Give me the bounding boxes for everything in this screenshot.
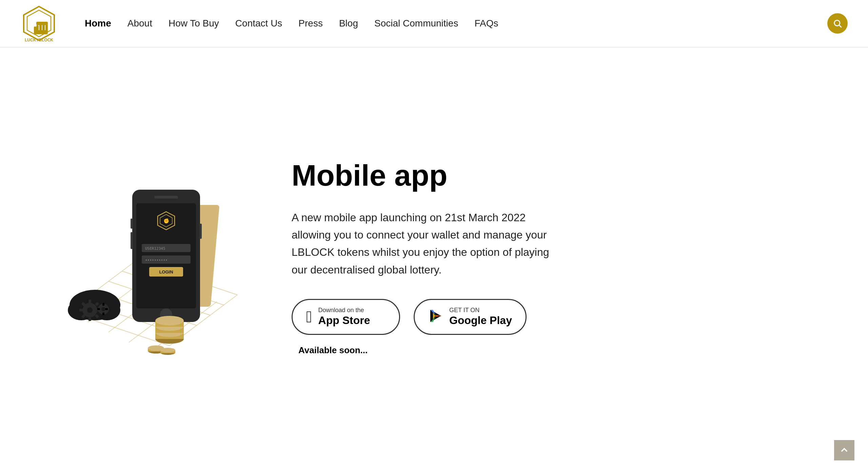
- svg-point-59: [101, 307, 105, 311]
- app-store-text: Download on the App Store: [318, 307, 370, 327]
- svg-rect-61: [102, 312, 104, 315]
- page-title: Mobile app: [292, 159, 841, 192]
- svg-rect-42: [131, 232, 133, 249]
- svg-rect-52: [79, 309, 83, 311]
- nav-faqs[interactable]: FAQs: [474, 18, 498, 29]
- svg-rect-62: [97, 308, 100, 310]
- nav-press[interactable]: Press: [298, 18, 323, 29]
- app-store-large-text: App Store: [318, 314, 370, 327]
- svg-rect-51: [88, 318, 91, 321]
- svg-rect-41: [131, 219, 133, 229]
- svg-point-70: [155, 316, 184, 325]
- search-button[interactable]: [827, 13, 848, 34]
- nav-blog[interactable]: Blog: [339, 18, 358, 29]
- app-store-button[interactable]:  Download on the App Store: [292, 299, 400, 335]
- svg-text:USER12345: USER12345: [145, 246, 165, 251]
- nav-social-communities[interactable]: Social Communities: [374, 18, 458, 29]
- chevron-up-icon: [840, 445, 849, 455]
- svg-point-10: [834, 20, 840, 26]
- play-icon: [428, 308, 443, 325]
- logo-link[interactable]: LUCKYBLOCK: [20, 5, 58, 42]
- store-buttons:  Download on the App Store: [292, 299, 841, 335]
- mobile-app-illustration: ✊ USER12345 •••••••••• LOGIN: [34, 156, 258, 359]
- svg-rect-63: [105, 308, 108, 310]
- google-play-icon: [428, 308, 443, 323]
- nav-home[interactable]: Home: [85, 18, 111, 29]
- svg-text:LUCKYBLOCK: LUCKYBLOCK: [25, 38, 53, 42]
- scroll-to-top-button[interactable]: [834, 440, 854, 460]
- svg-point-49: [87, 307, 93, 313]
- nav-about[interactable]: About: [127, 18, 152, 29]
- nav-contact-us[interactable]: Contact Us: [235, 18, 282, 29]
- google-play-small-text: GET IT ON: [449, 307, 512, 314]
- content-area: Mobile app A new mobile app launching on…: [264, 159, 841, 356]
- main-description: A new mobile app launching on 21st March…: [292, 209, 549, 279]
- svg-text:LOGIN: LOGIN: [159, 269, 173, 274]
- search-icon: [833, 19, 842, 28]
- svg-text:✊: ✊: [163, 218, 170, 224]
- available-soon-text: Available soon...: [298, 345, 841, 356]
- apple-icon: : [306, 309, 312, 325]
- svg-rect-60: [102, 303, 104, 306]
- main-content: ✊ USER12345 •••••••••• LOGIN: [0, 48, 868, 474]
- svg-point-76: [160, 348, 175, 353]
- svg-rect-43: [200, 224, 202, 239]
- svg-rect-7: [34, 30, 48, 34]
- site-header: LUCKYBLOCK Home About How To Buy Contact…: [0, 0, 868, 48]
- google-play-large-text: Google Play: [449, 314, 512, 327]
- illustration-area: ✊ USER12345 •••••••••• LOGIN: [27, 156, 264, 359]
- nav-how-to-buy[interactable]: How To Buy: [169, 18, 219, 29]
- app-store-small-text: Download on the: [318, 307, 370, 314]
- logo-icon: LUCKYBLOCK: [20, 5, 58, 42]
- svg-rect-50: [88, 300, 91, 303]
- google-play-text: GET IT ON Google Play: [449, 307, 512, 327]
- google-play-button[interactable]: GET IT ON Google Play: [414, 299, 527, 335]
- svg-rect-29: [154, 196, 178, 198]
- svg-text:••••••••••: ••••••••••: [145, 258, 167, 262]
- main-nav: Home About How To Buy Contact Us Press B…: [85, 18, 827, 29]
- svg-line-11: [839, 25, 841, 27]
- svg-rect-8: [36, 22, 48, 25]
